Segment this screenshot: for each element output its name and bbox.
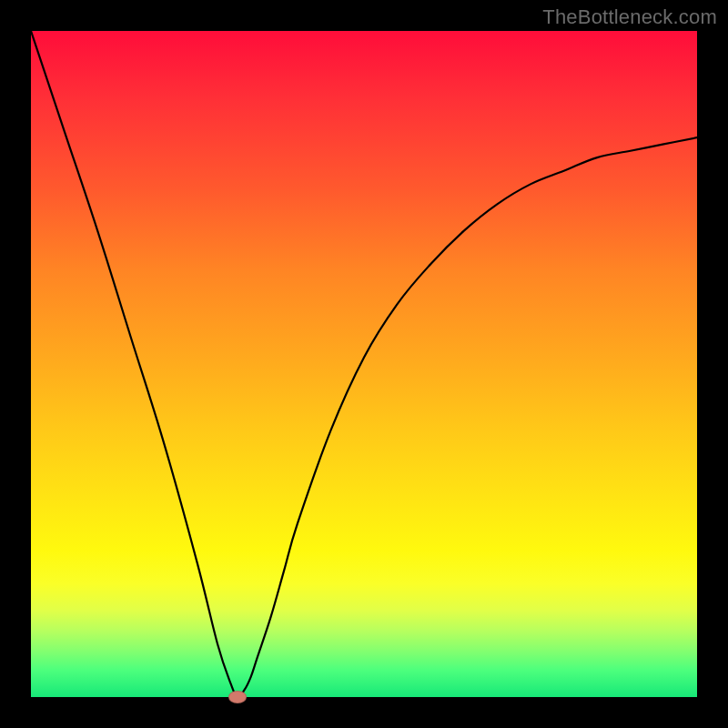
chart-frame: TheBottleneck.com (0, 0, 728, 728)
bottleneck-curve (31, 31, 697, 697)
watermark-text: TheBottleneck.com (542, 5, 717, 29)
plot-area (31, 31, 697, 697)
vertex-marker (228, 691, 247, 703)
curve-svg (31, 31, 697, 697)
